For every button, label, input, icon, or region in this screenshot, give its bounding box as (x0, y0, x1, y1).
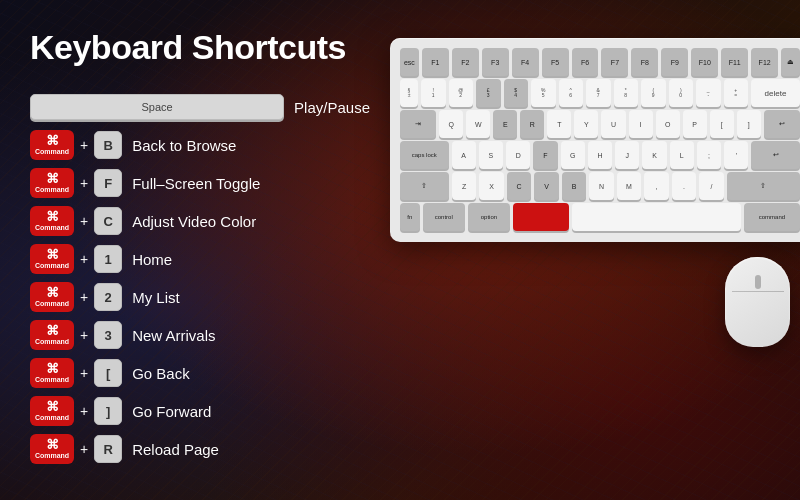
command-key: ⌘Command (30, 282, 74, 312)
kb-key-semicolon: ; (697, 141, 721, 169)
main-content: Keyboard Shortcuts SpacePlay/Pause⌘Comma… (0, 0, 800, 500)
kb-key-f12: F12 (751, 48, 778, 76)
command-key: ⌘Command (30, 244, 74, 274)
kb-key-backtick: §± (400, 79, 418, 107)
shortcut-row: ⌘Command+]Go Forward (30, 393, 370, 429)
kb-key-n: N (589, 172, 613, 200)
kb-key-4: $4 (504, 79, 529, 107)
kb-key-period: . (672, 172, 696, 200)
kb-key-delete: delete (751, 79, 800, 107)
kb-key-f7: F7 (601, 48, 628, 76)
space-key: Space (30, 94, 284, 120)
kb-key-return2: ↩ (751, 141, 800, 169)
shortcut-letter-key: B (94, 131, 122, 159)
right-panel: esc F1 F2 F3 F4 F5 F6 F7 F8 F9 F10 F11 F… (390, 28, 800, 480)
kb-row-fn: esc F1 F2 F3 F4 F5 F6 F7 F8 F9 F10 F11 F… (400, 48, 800, 76)
kb-key-9: (9 (641, 79, 666, 107)
kb-key-fn: fn (400, 203, 420, 231)
kb-key-eject: ⏏ (781, 48, 800, 76)
command-key: ⌘Command (30, 168, 74, 198)
kb-key-y: Y (574, 110, 598, 138)
command-key: ⌘Command (30, 130, 74, 160)
kb-key-d: D (506, 141, 530, 169)
kb-key-minus: _- (696, 79, 721, 107)
shortcut-description: Go Back (132, 365, 190, 382)
kb-key-f4: F4 (512, 48, 539, 76)
shortcut-row: ⌘Command+2My List (30, 279, 370, 315)
plus-separator: + (80, 289, 88, 305)
kb-key-f3: F3 (482, 48, 509, 76)
shortcut-row: ⌘Command+RReload Page (30, 431, 370, 467)
kb-key-m: M (617, 172, 641, 200)
kb-key-comma: , (644, 172, 668, 200)
kb-key-f5: F5 (542, 48, 569, 76)
kb-row-bottom: fn control option command (400, 203, 800, 231)
kb-key-f9: F9 (661, 48, 688, 76)
shortcut-letter-key: ] (94, 397, 122, 425)
kb-key-option: option (468, 203, 510, 231)
shortcut-letter-key: 2 (94, 283, 122, 311)
shortcut-row: ⌘Command+3New Arrivals (30, 317, 370, 353)
shortcut-description: Reload Page (132, 441, 219, 458)
shortcut-letter-key: C (94, 207, 122, 235)
kb-key-f11: F11 (721, 48, 748, 76)
shortcut-row: SpacePlay/Pause (30, 89, 370, 125)
keyboard-image: esc F1 F2 F3 F4 F5 F6 F7 F8 F9 F10 F11 F… (390, 38, 800, 242)
kb-key-f1: F1 (422, 48, 449, 76)
kb-row-numbers: §± !1 @2 £3 $4 %5 ^6 &7 *8 (9 )0 _- += d… (400, 79, 800, 107)
kb-key-tab: ⇥ (400, 110, 436, 138)
page-title: Keyboard Shortcuts (30, 28, 370, 67)
command-key: ⌘Command (30, 358, 74, 388)
kb-key-x: X (479, 172, 503, 200)
kb-key-f8: F8 (631, 48, 658, 76)
command-key: ⌘Command (30, 320, 74, 350)
shortcut-letter-key: [ (94, 359, 122, 387)
plus-separator: + (80, 251, 88, 267)
shortcuts-panel: Keyboard Shortcuts SpacePlay/Pause⌘Comma… (30, 28, 370, 480)
kb-key-lshift: ⇧ (400, 172, 449, 200)
shortcut-description: Play/Pause (294, 99, 370, 116)
kb-key-t: T (547, 110, 571, 138)
shortcut-letter-key: 1 (94, 245, 122, 273)
kb-key-rshift: ⇧ (727, 172, 800, 200)
shortcut-description: New Arrivals (132, 327, 215, 344)
kb-row-qwerty: ⇥ Q W E R T Y U I O P [ ] ↩ (400, 110, 800, 138)
kb-key-lbracket: [ (710, 110, 734, 138)
kb-key-caps: caps lock (400, 141, 449, 169)
shortcut-row: ⌘Command+[Go Back (30, 355, 370, 391)
kb-key-esc: esc (400, 48, 419, 76)
kb-key-3: £3 (476, 79, 501, 107)
shortcut-description: My List (132, 289, 180, 306)
plus-separator: + (80, 327, 88, 343)
kb-key-7: &7 (586, 79, 611, 107)
kb-key-f2: F2 (452, 48, 479, 76)
kb-key-l: L (670, 141, 694, 169)
kb-key-f10: F10 (691, 48, 718, 76)
plus-separator: + (80, 365, 88, 381)
mouse-scroll-wheel (755, 275, 761, 289)
kb-key-b: B (562, 172, 586, 200)
shortcuts-list: SpacePlay/Pause⌘Command+BBack to Browse⌘… (30, 89, 370, 467)
kb-key-slash: / (699, 172, 723, 200)
shortcut-description: Home (132, 251, 172, 268)
mouse-divider (732, 291, 784, 292)
kb-key-i: I (629, 110, 653, 138)
kb-key-command-right: command (744, 203, 800, 231)
kb-key-q: Q (439, 110, 463, 138)
shortcut-description: Back to Browse (132, 137, 236, 154)
plus-separator: + (80, 137, 88, 153)
kb-key-w: W (466, 110, 490, 138)
shortcut-description: Adjust Video Color (132, 213, 256, 230)
kb-key-j: J (615, 141, 639, 169)
kb-key-rbracket: ] (737, 110, 761, 138)
command-key: ⌘Command (30, 206, 74, 236)
plus-separator: + (80, 213, 88, 229)
kb-key-quote: ' (724, 141, 748, 169)
kb-key-c: C (507, 172, 531, 200)
kb-key-return: ↩ (764, 110, 800, 138)
shortcut-row: ⌘Command+BBack to Browse (30, 127, 370, 163)
shortcut-row: ⌘Command+FFull–Screen Toggle (30, 165, 370, 201)
mouse-container (725, 257, 800, 347)
kb-key-r: R (520, 110, 544, 138)
kb-row-zxcv: ⇧ Z X C V B N M , . / ⇧ (400, 172, 800, 200)
